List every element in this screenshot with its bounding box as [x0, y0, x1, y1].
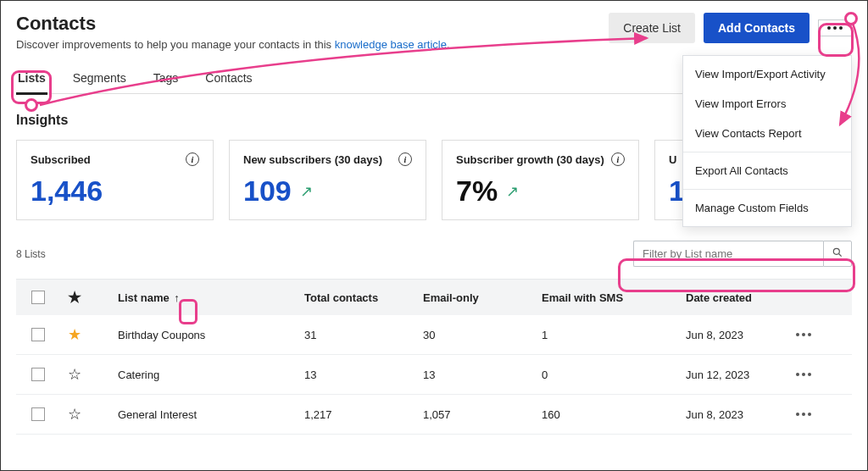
tab-segments[interactable]: Segments	[71, 66, 128, 93]
insight-card: Subscribed i 1,446	[16, 140, 214, 220]
menu-item[interactable]: Export All Contacts	[683, 156, 851, 186]
table-row[interactable]: ☆ General Interest 1,217 1,057 160 Jun 8…	[16, 395, 852, 435]
tab-lists[interactable]: Lists	[16, 66, 47, 93]
kb-link[interactable]: knowledge base article	[335, 38, 447, 51]
menu-item[interactable]: View Import/Export Activity	[683, 59, 851, 89]
row-more-icon[interactable]	[796, 333, 835, 336]
create-list-button[interactable]: Create List	[609, 13, 695, 43]
row-checkbox[interactable]	[31, 328, 45, 341]
sort-asc-icon[interactable]: ↑	[174, 291, 180, 304]
cell-total: 1,217	[304, 408, 423, 421]
cell-total: 31	[304, 329, 423, 341]
cell-email: 30	[423, 329, 542, 341]
row-checkbox[interactable]	[31, 407, 45, 421]
card-value: 1,446	[31, 175, 199, 208]
list-count-label: 8 Lists	[16, 248, 46, 260]
card-label: New subscribers (30 days)	[243, 153, 382, 166]
row-checkbox[interactable]	[31, 368, 45, 381]
page-subtitle: Discover improvements to help you manage…	[16, 38, 450, 51]
trend-up-icon: ↗	[300, 182, 313, 201]
more-icon	[827, 26, 843, 30]
table-row[interactable]: ☆ Catering 13 13 0 Jun 12, 2023	[16, 355, 852, 395]
star-toggle[interactable]: ★	[67, 327, 82, 342]
row-more-icon[interactable]	[796, 413, 835, 416]
menu-item[interactable]: View Contacts Report	[683, 119, 851, 148]
select-all-checkbox[interactable]	[31, 291, 45, 304]
menu-separator	[683, 189, 851, 190]
col-name[interactable]: List name	[118, 291, 170, 304]
menu-item[interactable]: Manage Custom Fields	[683, 193, 851, 223]
cell-sms: 1	[542, 329, 686, 341]
star-toggle[interactable]: ☆	[67, 407, 82, 422]
add-contacts-button[interactable]: Add Contacts	[704, 13, 810, 43]
card-value: 7% ↗	[456, 175, 625, 208]
cell-total: 13	[304, 368, 423, 381]
card-value: 109 ↗	[243, 175, 412, 208]
cell-date: Jun 8, 2023	[686, 329, 796, 341]
more-actions-menu: View Import/Export ActivityView Import E…	[682, 55, 852, 227]
row-more-icon[interactable]	[796, 373, 835, 376]
svg-line-1	[839, 254, 842, 257]
annotation-handle	[25, 98, 38, 112]
page-subtitle-post: .	[447, 38, 450, 51]
col-sms[interactable]: Email with SMS	[542, 291, 686, 304]
cell-sms: 0	[542, 368, 686, 381]
filter-input[interactable]	[633, 241, 823, 267]
insight-card: New subscribers (30 days) i 109 ↗	[229, 140, 426, 220]
star-column-icon: ★	[67, 290, 82, 305]
cell-name: Birthday Coupons	[118, 329, 304, 341]
menu-separator	[683, 152, 851, 152]
tab-contacts[interactable]: Contacts	[203, 66, 253, 93]
info-icon[interactable]: i	[186, 152, 199, 166]
card-label: Subscribed	[31, 153, 91, 166]
search-icon	[832, 247, 843, 261]
table-row[interactable]: ★ Birthday Coupons 31 30 1 Jun 8, 2023	[16, 315, 852, 355]
trend-up-icon: ↗	[506, 182, 519, 201]
info-icon[interactable]: i	[611, 152, 625, 166]
info-icon[interactable]: i	[398, 152, 412, 166]
card-label: Subscriber growth (30 days)	[456, 153, 604, 166]
insight-card: Subscriber growth (30 days) i 7% ↗	[442, 140, 639, 220]
cell-sms: 160	[542, 408, 686, 421]
tab-tags[interactable]: Tags	[152, 66, 181, 93]
menu-item[interactable]: View Import Errors	[683, 89, 851, 119]
card-label: U	[669, 153, 676, 166]
page-title: Contacts	[16, 13, 450, 35]
col-date[interactable]: Date created	[686, 291, 796, 304]
cell-email: 13	[423, 368, 542, 381]
page-subtitle-pre: Discover improvements to help you manage…	[16, 38, 335, 51]
filter-search-button[interactable]	[823, 241, 852, 267]
cell-email: 1,057	[423, 408, 542, 421]
cell-date: Jun 12, 2023	[686, 368, 796, 381]
star-toggle[interactable]: ☆	[67, 367, 82, 382]
cell-date: Jun 8, 2023	[686, 408, 796, 421]
col-email[interactable]: Email-only	[423, 291, 542, 304]
annotation-handle	[844, 12, 858, 25]
cell-name: General Interest	[118, 408, 304, 421]
table-header: ★ List name ↑ Total contacts Email-only …	[16, 280, 852, 315]
cell-name: Catering	[118, 368, 304, 381]
col-total[interactable]: Total contacts	[304, 291, 423, 304]
svg-point-0	[833, 248, 839, 254]
